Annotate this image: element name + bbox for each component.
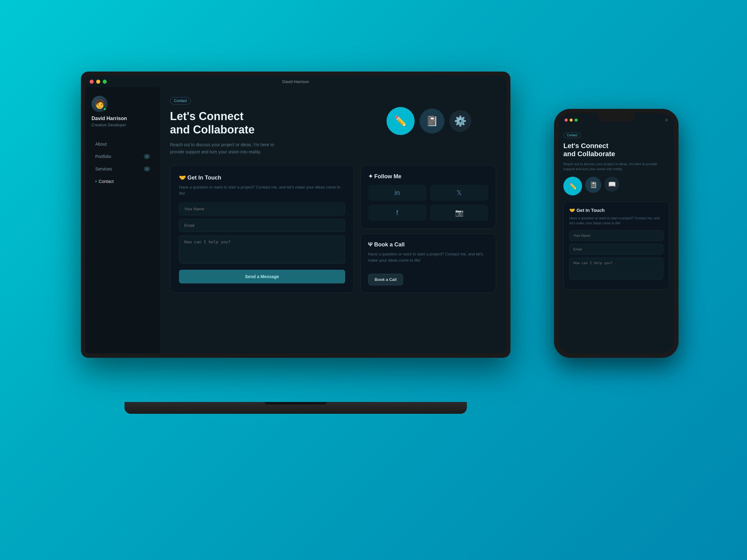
laptop-base	[125, 402, 467, 414]
phone-menu-icon[interactable]: ≡	[665, 117, 668, 123]
twitter-icon: 𝕏	[456, 189, 462, 197]
book-call-button[interactable]: Book a Call	[368, 274, 403, 285]
portfolio-badge: 6	[144, 154, 150, 159]
sidebar-item-contact[interactable]: •Contact	[92, 176, 154, 187]
scene: David Harrison 🧑 David Harrison Creative…	[62, 47, 685, 513]
get-in-touch-subtitle: Have a question or want to start a proje…	[179, 184, 345, 196]
phone-message-input[interactable]	[569, 258, 663, 279]
laptop-titlebar: David Harrison	[85, 76, 506, 87]
profile-name: David Harrison	[92, 116, 127, 121]
phone-body: David Harrison ≡ Contact Let's Connect a…	[554, 109, 678, 358]
facebook-cell[interactable]: f	[368, 205, 427, 221]
main-content: ✏️ 📓 ⚙️ Contact Let's Connect and Collab…	[160, 87, 506, 353]
linkedin-cell[interactable]: in	[368, 185, 427, 201]
instagram-cell[interactable]: 📷	[430, 205, 488, 221]
traffic-light-green[interactable]	[103, 80, 107, 84]
phone-get-in-touch-title: 🤝 Get In Touch	[569, 208, 663, 213]
book-call-subtitle: Have a question or want to start a proje…	[368, 251, 489, 263]
laptop-hinge	[264, 402, 327, 404]
phone-page-title: Let's Connect and Collaborate	[563, 142, 669, 158]
phone-icons-row: ✏️ 📓 📖	[563, 177, 669, 195]
follow-me-card: ✦ Follow Me in 𝕏	[360, 165, 496, 229]
right-column: ✦ Follow Me in 𝕏	[360, 165, 496, 293]
phone-get-in-touch-card: 🤝 Get In Touch Have a question or want t…	[563, 202, 669, 290]
phone-page-subtitle: Reach out to discuss your project or ide…	[563, 161, 669, 172]
phone-get-in-touch-subtitle: Have a question or want to start a proje…	[569, 216, 663, 226]
email-input[interactable]	[179, 219, 345, 232]
sidebar-item-portfolio[interactable]: Portfolio 6	[92, 151, 154, 162]
linkedin-icon: in	[395, 189, 400, 197]
phone-name-input[interactable]	[569, 230, 663, 241]
traffic-light-yellow[interactable]	[96, 80, 100, 84]
get-in-touch-card: 🤝 Get In Touch Have a question or want t…	[170, 165, 354, 293]
sidebar-item-about[interactable]: About	[92, 138, 154, 150]
sidebar-item-services[interactable]: Services 4	[92, 163, 154, 175]
phone-icon-pen: ✏️	[563, 177, 582, 195]
window-title: David Harrison	[282, 79, 309, 84]
avatar: 🧑	[92, 96, 108, 112]
profile-title: Creative Developer	[92, 123, 126, 127]
social-grid: in 𝕏 f	[368, 185, 489, 221]
laptop-content: 🧑 David Harrison Creative Developer Abou…	[85, 87, 506, 353]
phone-content: Contact Let's Connect and Collaborate Re…	[558, 127, 674, 353]
cards-row: 🤝 Get In Touch Have a question or want t…	[170, 165, 496, 293]
twitter-cell[interactable]: 𝕏	[430, 185, 488, 201]
icon-circles: ✏️ 📓 ⚙️	[387, 107, 471, 135]
phone-icon-book2: 📖	[604, 177, 619, 192]
traffic-light-red[interactable]	[89, 80, 94, 84]
services-badge: 4	[144, 166, 150, 171]
traffic-lights	[89, 80, 107, 84]
online-indicator	[103, 107, 107, 111]
phone-device: David Harrison ≡ Contact Let's Connect a…	[554, 109, 678, 358]
contact-badge: Contact	[170, 97, 191, 105]
phone-tl-yellow[interactable]	[570, 118, 573, 122]
book-call-card: Ψ Book a Call Have a question or want to…	[360, 234, 496, 293]
facebook-icon: f	[396, 209, 398, 217]
phone-traffic-lights	[565, 118, 578, 122]
sidebar-profile: 🧑 David Harrison Creative Developer	[92, 96, 154, 127]
phone-icon-book: 📓	[585, 177, 601, 193]
icon-circle-gear: ⚙️	[449, 110, 471, 132]
book-call-title: Ψ Book a Call	[368, 241, 489, 248]
message-input[interactable]	[179, 236, 345, 264]
phone-screen: David Harrison ≡ Contact Let's Connect a…	[558, 113, 674, 353]
icon-circle-book: 📓	[419, 109, 444, 133]
icon-circle-pen: ✏️	[387, 107, 415, 135]
phone-tl-red[interactable]	[565, 118, 568, 122]
phone-email-input[interactable]	[569, 244, 663, 255]
main-relative: ✏️ 📓 ⚙️ Contact Let's Connect and Collab…	[170, 97, 496, 293]
laptop-screen: David Harrison 🧑 David Harrison Creative…	[85, 76, 506, 353]
get-in-touch-title: 🤝 Get In Touch	[179, 174, 345, 181]
send-button[interactable]: Send a Message	[179, 270, 345, 284]
nav-items: About Portfolio 6 Services 4 •	[92, 138, 154, 187]
laptop-body: David Harrison 🧑 David Harrison Creative…	[81, 72, 511, 358]
follow-me-title: ✦ Follow Me	[368, 173, 489, 180]
name-input[interactable]	[179, 203, 345, 215]
laptop-device: David Harrison 🧑 David Harrison Creative…	[81, 72, 511, 414]
phone-tl-green[interactable]	[574, 118, 578, 122]
page-subtitle: Reach out to discuss your project or ide…	[170, 141, 276, 155]
instagram-icon: 📷	[455, 209, 463, 217]
phone-notch	[598, 113, 635, 122]
sidebar: 🧑 David Harrison Creative Developer Abou…	[85, 87, 160, 353]
phone-contact-badge: Contact	[563, 132, 581, 138]
